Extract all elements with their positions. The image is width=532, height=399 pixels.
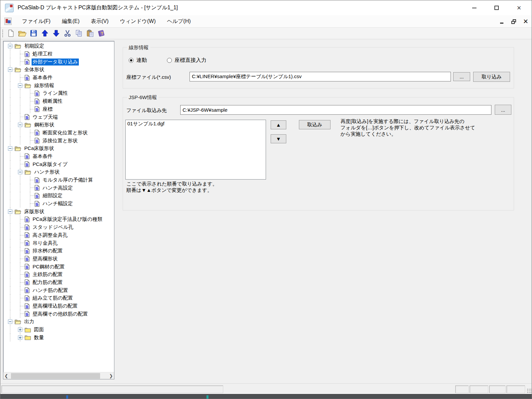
expand-icon[interactable] <box>18 335 22 340</box>
menu-help[interactable]: ヘルプ(H) <box>161 15 196 27</box>
collapse-icon[interactable] <box>18 83 22 88</box>
scroll-left-icon[interactable]: ❮ <box>3 372 9 379</box>
tree-guide-line <box>30 180 35 180</box>
mdi-restore-button[interactable] <box>510 18 518 26</box>
destination-browse-button[interactable]: ... <box>495 105 511 115</box>
tree-row: 組み立て筋の配置 <box>3 294 114 302</box>
help-button[interactable]: ? <box>96 28 107 38</box>
collapse-icon[interactable] <box>8 209 12 214</box>
import-destination-input[interactable]: C:¥JSP-6W¥sample <box>180 105 491 115</box>
jsp-import-button[interactable]: 取込み <box>299 120 331 129</box>
linked-radio[interactable] <box>129 58 134 63</box>
tree-item-label[interactable]: 出力 <box>23 318 35 325</box>
tree-item-label[interactable]: 吊り金具孔 <box>32 240 59 247</box>
move-down-button[interactable]: ▼ <box>271 134 286 143</box>
tree-item-label[interactable]: 主鉄筋の配置 <box>32 271 64 278</box>
new-document-icon <box>7 29 15 37</box>
document-icon <box>25 272 30 278</box>
tree-item-label[interactable]: PCa床版決定手法及び版の種類 <box>32 216 103 223</box>
coord-file-input[interactable]: C:¥LINER¥sample¥座標テーブル(サンプル1).csv <box>190 72 451 81</box>
detail-panel: 線形情報 連動 座標直接入力 座標ファイル(*.csv) C:¥LINER¥sa… <box>114 39 532 383</box>
document-system-icon[interactable] <box>4 18 12 25</box>
direct-coordinate-radio-label[interactable]: 座標直接入力 <box>175 57 206 64</box>
tree-item-label[interactable]: PC鋼材の配置 <box>32 263 66 270</box>
collapse-icon[interactable] <box>8 67 12 72</box>
coord-import-button[interactable]: 取り込み <box>473 72 510 82</box>
tree-item-label[interactable]: 高さ調整金具孔 <box>32 232 68 239</box>
maximize-button[interactable] <box>489 0 504 15</box>
tree-item-label[interactable]: 座標 <box>42 106 54 113</box>
move-down-button[interactable] <box>51 28 62 38</box>
tree-guide-line <box>10 105 10 113</box>
scrollbar-track[interactable] <box>9 372 108 379</box>
file-list-item[interactable]: 01サンプル1.dgf <box>126 120 266 128</box>
app-icon <box>5 4 14 12</box>
tree-item-label[interactable]: スタッドジベル孔 <box>32 224 74 231</box>
tree-item-label[interactable]: 壁高欄形状 <box>32 255 59 262</box>
tree-item-label[interactable]: 床版形状 <box>23 208 45 215</box>
cut-button[interactable] <box>62 28 73 38</box>
tree-item-label[interactable]: モルタル厚の予備計算 <box>42 177 94 184</box>
scrollbar-thumb[interactable] <box>11 373 100 379</box>
tree-item-label[interactable]: 数量 <box>33 334 45 341</box>
tree-item-label[interactable]: 壁高欄埋込筋の配置 <box>32 303 78 310</box>
tree-item-label[interactable]: 処理工程 <box>32 51 54 58</box>
collapse-icon[interactable] <box>8 146 12 151</box>
tree-horizontal-scrollbar[interactable]: ❮ ❯ <box>3 372 114 379</box>
menu-view[interactable]: 表示(V) <box>85 15 114 27</box>
tree-item-label[interactable]: ウェブ天端 <box>32 114 59 121</box>
move-up-button[interactable]: ▲ <box>271 120 286 129</box>
tree-item-label[interactable]: ハンチ形状 <box>33 169 61 176</box>
tree-item-label[interactable]: 壁高欄その他鉄筋の配置 <box>32 311 89 318</box>
copy-icon <box>75 29 83 37</box>
collapse-icon[interactable] <box>18 123 22 127</box>
tree-item-label[interactable]: 組み立て筋の配置 <box>32 295 74 302</box>
tree-item-label[interactable]: 細部設定 <box>42 192 64 199</box>
direct-coordinate-radio[interactable] <box>167 58 172 63</box>
tree-item-selected[interactable]: 外部データ取り込み <box>32 59 79 66</box>
resize-grip[interactable] <box>527 388 531 393</box>
tree-item-label[interactable]: 図面 <box>33 326 45 333</box>
tree-item-label[interactable]: ライン属性 <box>42 90 69 97</box>
tree-item-label[interactable]: 添接位置と形状 <box>42 137 78 144</box>
tree-item-label[interactable]: ハンチ高設定 <box>42 185 74 192</box>
menu-edit[interactable]: 編集(E) <box>56 15 85 27</box>
toolbar-grip[interactable] <box>2 29 4 37</box>
folder-open-icon <box>15 319 21 325</box>
linked-radio-label[interactable]: 連動 <box>136 57 147 64</box>
tree-item-label[interactable]: 排水桝の配置 <box>32 247 64 254</box>
mdi-close-button[interactable]: ✕ <box>522 18 530 26</box>
file-listbox[interactable]: 01サンプル1.dgf <box>125 120 266 180</box>
tree-item-label[interactable]: PCa床版タイプ <box>32 161 68 168</box>
collapse-icon[interactable] <box>18 170 22 174</box>
close-button[interactable]: × <box>511 0 527 15</box>
tree-item-label[interactable]: PCa床版形状 <box>23 145 55 152</box>
tree-item-label[interactable]: 全体形状 <box>23 66 45 73</box>
scroll-right-icon[interactable]: ❯ <box>108 372 114 379</box>
move-up-button[interactable] <box>40 28 50 38</box>
tree-item-label[interactable]: 線形情報 <box>33 82 55 89</box>
collapse-icon[interactable] <box>8 44 12 48</box>
paste-button[interactable] <box>85 28 95 38</box>
tree-item-label[interactable]: 断面変化位置と形状 <box>42 129 88 136</box>
minimize-button[interactable] <box>466 0 482 15</box>
tree-item-label[interactable]: 横断属性 <box>42 98 64 105</box>
collapse-icon[interactable] <box>8 320 12 324</box>
expand-icon[interactable] <box>18 328 22 332</box>
menu-window[interactable]: ウィンドウ(W) <box>114 15 162 27</box>
new-document-button[interactable] <box>6 28 16 38</box>
tree-item-label[interactable]: 配力筋の配置 <box>32 279 64 286</box>
mdi-minimize-button[interactable] <box>498 18 506 26</box>
tree-guide-line <box>20 266 25 267</box>
open-folder-button[interactable] <box>17 28 28 38</box>
tree-item-label[interactable]: 初期設定 <box>23 43 45 50</box>
tree-item-label[interactable]: ハンチ幅設定 <box>42 200 74 207</box>
tree-item-label[interactable]: ハンチ筋の配置 <box>32 287 69 294</box>
tree-item-label[interactable]: 基本条件 <box>32 153 54 160</box>
coord-file-browse-button[interactable]: ... <box>453 72 470 81</box>
tree-item-label[interactable]: 基本条件 <box>32 74 54 81</box>
copy-button[interactable] <box>73 28 84 38</box>
save-button[interactable] <box>28 28 39 38</box>
menu-file[interactable]: ファイル(F) <box>16 15 56 27</box>
tree-item-label[interactable]: 鋼桁形状 <box>33 121 55 128</box>
